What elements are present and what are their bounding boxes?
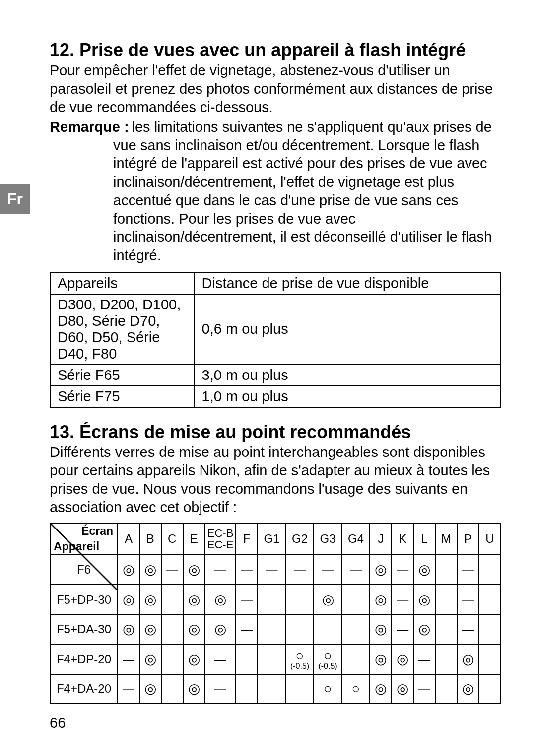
double-circle-icon: ◎ bbox=[418, 562, 430, 577]
t2-col-header: G1 bbox=[258, 523, 285, 555]
double-circle-icon: ◎ bbox=[188, 592, 200, 607]
table-row: F5+DA-30◎◎◎◎—◎—◎— bbox=[50, 614, 501, 644]
t2-col-header: EC-BEC-E bbox=[205, 523, 236, 555]
dash-icon: — bbox=[462, 563, 474, 576]
t2-col-header: J bbox=[370, 523, 392, 555]
t2-cell bbox=[258, 644, 285, 674]
dash-icon: — bbox=[214, 682, 226, 695]
t2-col-header: L bbox=[413, 523, 435, 555]
t2-cell: — bbox=[118, 674, 139, 704]
dash-icon: — bbox=[462, 593, 474, 606]
flash-distance-table: Appareils Distance de prise de vue dispo… bbox=[50, 272, 501, 408]
t2-cell: ◎ bbox=[370, 614, 392, 644]
t1-cell: D300, D200, D100, D80, Série D70, D60, D… bbox=[50, 294, 195, 365]
double-circle-icon: ◎ bbox=[418, 621, 430, 637]
t2-cell bbox=[479, 614, 501, 644]
dash-icon: — bbox=[166, 563, 178, 576]
double-circle-icon: ◎ bbox=[375, 592, 387, 607]
t2-row-header: F5+DA-30 bbox=[50, 614, 118, 644]
t2-diagonal-header: Écran Appareil bbox=[50, 523, 118, 555]
t2-cell: ◎ bbox=[457, 674, 479, 704]
t2-col-header: K bbox=[392, 523, 413, 555]
table-row: Série F65 3,0 m ou plus bbox=[50, 365, 501, 386]
t2-row-header: F4+DP-20 bbox=[50, 644, 118, 674]
t2-cell: ◎ bbox=[370, 585, 392, 614]
double-circle-icon: ◎ bbox=[322, 592, 334, 607]
t2-cell: — bbox=[161, 555, 183, 585]
t2-cell: — bbox=[413, 674, 435, 704]
t2-cell: ◎ bbox=[118, 555, 139, 585]
t2-col-header: G3 bbox=[314, 523, 341, 555]
t2-cell: — bbox=[457, 585, 479, 614]
t2-cell bbox=[258, 585, 285, 614]
dash-icon: — bbox=[123, 652, 134, 666]
remarque-first-line: les limitations suivantes ne s'appliquen… bbox=[132, 118, 492, 136]
t2-cell: ◎ bbox=[183, 674, 205, 704]
t2-cell: — bbox=[392, 614, 413, 644]
dash-icon: — bbox=[241, 563, 253, 576]
t2-col-header: M bbox=[435, 523, 457, 555]
dash-icon: — bbox=[241, 622, 253, 636]
double-circle-icon: ◎ bbox=[397, 651, 408, 667]
double-circle-icon: ◎ bbox=[144, 651, 156, 667]
t2-cell: ◎ bbox=[392, 644, 413, 674]
dash-icon: — bbox=[350, 563, 362, 576]
table-row: F4+DA-20—◎◎—○○◎◎—◎ bbox=[50, 674, 501, 704]
t2-cell: ◎ bbox=[205, 585, 236, 614]
t2-cell: ◎ bbox=[118, 585, 139, 614]
t2-col-header: G2 bbox=[286, 523, 314, 555]
t2-col-header: A bbox=[118, 523, 139, 555]
t2-cell: — bbox=[342, 555, 370, 585]
dash-icon: — bbox=[241, 593, 253, 606]
t2-cell: ◎ bbox=[314, 585, 341, 614]
section-12-intro: Pour empêcher l'effet de vignetage, abst… bbox=[50, 61, 501, 116]
t2-cell bbox=[161, 674, 183, 704]
open-circle-icon: ○ bbox=[352, 681, 360, 696]
diag-bot-label: Appareil bbox=[54, 540, 99, 553]
t2-cell bbox=[286, 674, 314, 704]
t2-cell: — bbox=[118, 644, 139, 674]
t2-col-header: G4 bbox=[342, 523, 370, 555]
t2-cell: ◎ bbox=[392, 674, 413, 704]
t2-cell bbox=[286, 585, 314, 614]
t1-header-distance: Distance de prise de vue disponible bbox=[195, 273, 501, 294]
dash-icon: — bbox=[418, 682, 430, 695]
t2-cell bbox=[435, 614, 457, 644]
t1-cell: 3,0 m ou plus bbox=[195, 365, 501, 386]
double-circle-icon: ◎ bbox=[188, 621, 200, 637]
dash-icon: — bbox=[322, 563, 334, 576]
t2-cell: — bbox=[457, 555, 479, 585]
t2-cell: ◎ bbox=[183, 585, 205, 614]
remarque-continuation: vue sans inclinaison et/ou décentrement.… bbox=[50, 136, 501, 265]
remarque-label: Remarque : bbox=[50, 118, 129, 136]
t2-cell: ○(-0.5) bbox=[286, 644, 314, 674]
double-circle-icon: ◎ bbox=[375, 681, 387, 696]
t2-cell: ◎ bbox=[139, 555, 161, 585]
t1-cell: Série F65 bbox=[50, 365, 195, 386]
double-circle-icon: ◎ bbox=[123, 621, 134, 637]
page-number: 66 bbox=[50, 715, 66, 731]
t2-cell: — bbox=[392, 585, 413, 614]
dash-icon: — bbox=[294, 563, 306, 576]
t2-cell: — bbox=[236, 555, 258, 585]
t2-cell: — bbox=[205, 644, 236, 674]
t2-cell: — bbox=[286, 555, 314, 585]
t2-cell: — bbox=[392, 555, 413, 585]
t2-cell bbox=[479, 585, 501, 614]
t2-cell: ◎ bbox=[139, 585, 161, 614]
open-circle-icon: ○ bbox=[324, 681, 332, 696]
double-circle-icon: ◎ bbox=[418, 592, 430, 607]
table-row: F5+DP-30◎◎◎◎—◎◎—◎— bbox=[50, 585, 501, 614]
t2-cell bbox=[342, 614, 370, 644]
double-circle-icon: ◎ bbox=[375, 651, 387, 667]
t2-cell: ◎ bbox=[370, 674, 392, 704]
table-row: F4+DP-20—◎◎—○(-0.5)○(-0.5)◎◎—◎ bbox=[50, 644, 501, 674]
t2-cell bbox=[314, 614, 341, 644]
dash-icon: — bbox=[266, 563, 278, 576]
t2-cell bbox=[258, 614, 285, 644]
t2-cell: — bbox=[314, 555, 341, 585]
t2-header-row: Écran Appareil ABCEEC-BEC-EFG1G2G3G4JKLM… bbox=[50, 523, 501, 555]
t2-cell: ◎ bbox=[139, 674, 161, 704]
t2-cell bbox=[479, 644, 501, 674]
double-circle-icon: ◎ bbox=[123, 562, 134, 577]
